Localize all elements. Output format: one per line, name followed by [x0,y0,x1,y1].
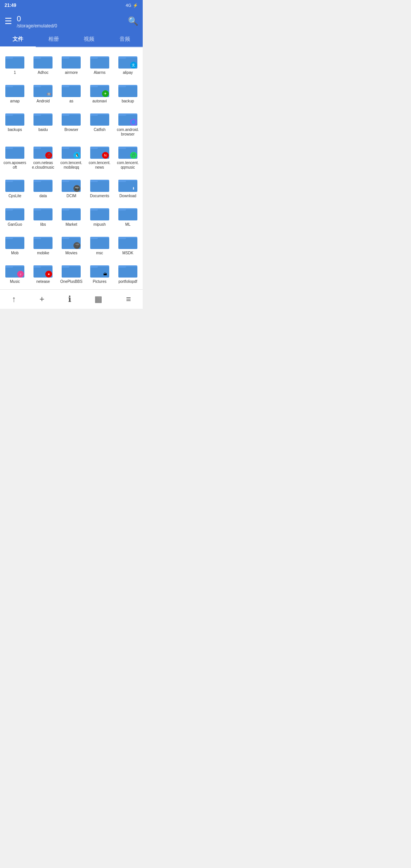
folder-label: CpsLite [8,194,21,198]
tab-files[interactable]: 文件 [0,32,36,46]
list-item[interactable]: mobike [30,231,56,258]
folder-label: Movies [65,251,78,255]
list-item[interactable]: MSDK [115,231,141,258]
svg-rect-11 [90,56,98,59]
svg-rect-70 [90,181,109,192]
svg-rect-32 [5,113,13,116]
list-item[interactable]: msc [86,231,113,258]
info-icon[interactable]: ℹ [65,293,74,306]
list-item[interactable]: Mob [2,231,28,258]
svg-rect-98 [62,237,69,239]
list-item[interactable]: 1 [2,50,28,77]
list-item[interactable]: ♪Music [2,259,28,286]
list-item[interactable]: airmore [58,50,84,77]
svg-rect-112 [62,266,81,278]
folder-label: OnePlusBBS [60,279,82,284]
svg-rect-103 [118,238,137,249]
status-time: 21:49 [5,3,16,8]
up-icon[interactable]: ↑ [9,293,19,306]
tab-audio[interactable]: 音频 [107,32,143,46]
svg-rect-86 [90,208,98,211]
header: ☰ 0 /storage/emulated/0 🔍 [0,11,143,32]
svg-rect-37 [62,115,81,126]
battery-icon: ⚡ [133,3,138,8]
tab-albums[interactable]: 相册 [36,32,72,46]
svg-rect-76 [5,209,24,220]
list-item[interactable]: data [30,174,56,201]
folder-label: portfoliopdf [118,279,137,284]
svg-rect-23 [62,85,69,87]
status-bar: 21:49 4G ⚡ [0,0,143,11]
list-item[interactable]: 🎬Movies [58,231,84,258]
list-item[interactable]: 📷DCIM [58,174,84,201]
svg-rect-91 [5,238,24,249]
list-item[interactable]: ✈autonavi [86,79,113,106]
add-icon[interactable]: + [37,293,48,306]
list-item[interactable]: 🏔Pictures [86,259,113,286]
list-item[interactable]: 🤖Android [30,79,56,106]
list-item[interactable]: com.apowersoft [2,140,28,172]
svg-rect-107 [5,265,13,268]
list-item[interactable]: 🎵com.netease.cloudmusic [30,140,56,172]
header-path: /storage/emulated/0 [17,23,123,29]
tab-videos[interactable]: 视频 [72,32,107,46]
list-item[interactable]: libs [30,202,56,229]
list-item[interactable]: CpsLite [2,174,28,201]
list-item[interactable]: ML [115,202,141,229]
list-item[interactable]: 支alipay [115,50,141,77]
svg-rect-2 [5,56,13,59]
list-item[interactable]: Browser [58,107,84,139]
list-item[interactable]: 🌐com.android.browser [115,107,141,139]
list-item[interactable]: mipush [86,202,113,229]
svg-rect-118 [118,266,137,278]
grid-icon[interactable]: ▦ [91,293,105,306]
svg-rect-53 [62,147,69,149]
svg-rect-16 [5,86,24,97]
svg-rect-110 [33,265,41,268]
list-item[interactable]: ●netease [30,259,56,286]
list-item[interactable]: ⬇Download [115,174,141,201]
bottom-bar: ↑ + ℹ ▦ ≡ [0,289,143,309]
list-item[interactable]: 🐧com.tencent.mobileqq [58,140,84,172]
svg-rect-88 [118,209,137,220]
list-item[interactable]: 🎵com.tencent.qqmusic [115,140,141,172]
list-item[interactable]: amap [2,79,28,106]
list-item[interactable]: baidu [30,107,56,139]
list-item[interactable]: Documents [86,174,113,201]
list-item[interactable]: as [58,79,84,106]
folder-label: com.tencent.news [88,161,111,170]
svg-rect-41 [90,113,98,116]
folder-label: MSDK [122,251,133,255]
svg-rect-1 [5,57,24,69]
svg-rect-64 [33,181,53,192]
file-grid: 1 Adhoc airmore Alarms 支alipay amap 🤖And… [0,47,143,289]
list-item[interactable]: GanGuo [2,202,28,229]
list-item[interactable]: Catfish [86,107,113,139]
list-item[interactable]: Adhoc [30,50,56,77]
list-item[interactable]: portfoliopdf [115,259,141,286]
menu-icon[interactable]: ☰ [5,16,12,26]
folder-label: alipay [123,70,133,75]
folder-label: airmore [65,70,78,75]
folder-label: Browser [64,128,78,132]
folder-label: com.apowersoft [3,161,26,170]
list-item[interactable]: OnePlusBBS [58,259,84,286]
svg-rect-101 [90,237,98,239]
list-item[interactable]: backups [2,107,28,139]
list-item[interactable]: Alarms [86,50,113,77]
folder-label: netease [36,279,50,284]
sort-icon[interactable]: ≡ [123,293,134,306]
svg-rect-83 [62,208,69,211]
list-item[interactable]: backup [115,79,141,106]
svg-rect-80 [33,208,41,211]
list-item[interactable]: Ncom.tencent.news [86,140,113,172]
svg-rect-17 [5,85,13,87]
svg-rect-113 [62,265,69,268]
svg-rect-31 [5,115,24,126]
list-item[interactable]: Market [58,202,84,229]
svg-rect-26 [90,85,98,87]
folder-label: GanGuo [8,222,22,227]
folder-label: Android [37,99,49,104]
folder-label: com.tencent.qqmusic [116,161,139,170]
search-icon[interactable]: 🔍 [128,16,138,26]
